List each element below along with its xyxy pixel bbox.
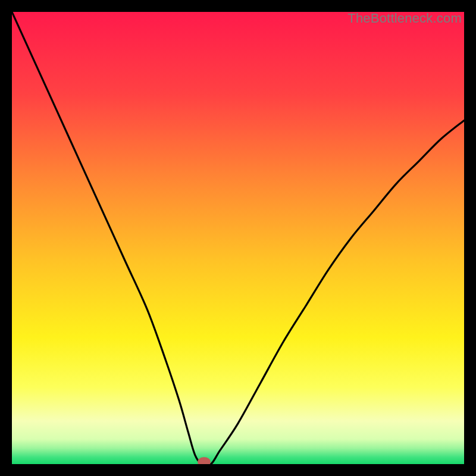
bottleneck-chart [12, 12, 464, 464]
chart-background [12, 12, 464, 464]
watermark-text: TheBottleneck.com [347, 11, 462, 26]
chart-frame: TheBottleneck.com [12, 12, 464, 464]
